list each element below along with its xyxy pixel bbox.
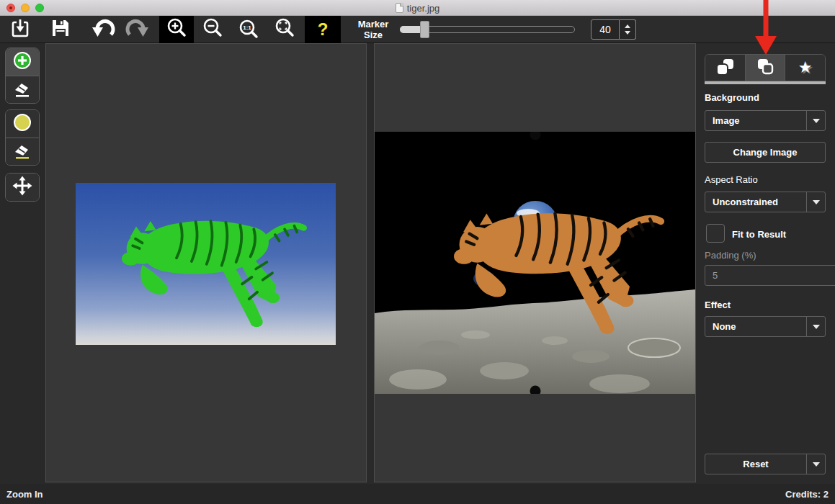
chevron-down-icon xyxy=(813,200,820,204)
stepper-up-icon[interactable] xyxy=(625,24,630,28)
undo-icon xyxy=(91,17,117,42)
zoom-actual-icon: 1:1 xyxy=(238,19,259,40)
stepper-down-icon[interactable] xyxy=(625,31,630,35)
save-button[interactable] xyxy=(44,16,77,43)
layers-outline-icon xyxy=(755,57,775,79)
zoom-fit-icon xyxy=(274,17,295,42)
save-icon xyxy=(50,17,71,42)
app-window: tiger.jpg xyxy=(0,0,835,504)
layers-filled-icon xyxy=(715,57,735,79)
green-marker-icon xyxy=(12,50,32,73)
document-icon xyxy=(396,3,403,13)
tab-foreground[interactable] xyxy=(705,55,745,81)
green-eraser-icon xyxy=(12,78,32,102)
fit-to-result-checkbox[interactable] xyxy=(706,224,725,243)
tab-background[interactable] xyxy=(745,55,785,81)
help-icon: ? xyxy=(318,21,329,38)
original-image[interactable] xyxy=(76,183,336,345)
tab-underline xyxy=(705,81,826,84)
open-image-icon xyxy=(9,17,32,42)
effect-dropdown[interactable]: None xyxy=(705,316,826,337)
tool-marker-yellow[interactable] xyxy=(6,110,39,138)
yellow-marker-icon xyxy=(12,112,32,135)
minimize-button[interactable] xyxy=(21,4,30,12)
background-dropdown[interactable]: Image xyxy=(705,110,826,131)
marker-size-stepper[interactable] xyxy=(620,19,636,40)
reset-dropdown-arrow[interactable] xyxy=(806,454,825,474)
background-label: Background xyxy=(705,92,759,103)
zoom-out-icon xyxy=(202,17,223,42)
settings-panel: ★ Background Image Change Image Aspect R… xyxy=(697,43,835,484)
zoom-actual-button[interactable]: 1:1 xyxy=(231,16,266,43)
redo-button[interactable] xyxy=(120,16,153,43)
move-tool-icon xyxy=(12,176,32,199)
tool-eraser-yellow[interactable] xyxy=(6,138,39,165)
zoom-out-button[interactable] xyxy=(195,16,230,43)
zoom-window-button[interactable] xyxy=(35,4,44,12)
effect-dropdown-value: None xyxy=(705,321,806,332)
zoom-in-icon xyxy=(166,17,187,42)
zoom-actual-glyph: 1:1 xyxy=(241,24,253,31)
toolbar: 1:1 ? Marker Size xyxy=(0,16,835,43)
aspect-ratio-dropdown-arrow[interactable] xyxy=(806,192,825,212)
undo-button[interactable] xyxy=(87,16,120,43)
help-button[interactable]: ? xyxy=(305,16,341,43)
tool-marker-foreground[interactable] xyxy=(6,48,39,76)
tool-sidebar xyxy=(0,43,45,484)
title-bar: tiger.jpg xyxy=(0,0,835,16)
tool-move[interactable] xyxy=(6,174,39,201)
padding-input[interactable] xyxy=(705,265,835,286)
chevron-down-icon xyxy=(813,119,820,123)
star-icon: ★ xyxy=(798,60,813,76)
marker-size-slider[interactable] xyxy=(400,20,575,39)
result-canvas-panel[interactable] xyxy=(374,43,696,482)
original-canvas-panel[interactable] xyxy=(45,43,367,482)
background-dropdown-arrow[interactable] xyxy=(806,111,825,130)
panel-tabs: ★ xyxy=(705,54,826,81)
result-image[interactable] xyxy=(375,132,695,394)
redo-icon xyxy=(124,17,150,42)
status-right: Credits: 2 xyxy=(785,489,829,500)
marker-size-input[interactable] xyxy=(591,19,620,40)
reset-label: Reset xyxy=(705,454,806,474)
marker-size-label: Marker Size xyxy=(351,19,396,40)
change-image-label: Change Image xyxy=(733,147,798,158)
aspect-ratio-dropdown-value: Unconstrained xyxy=(705,197,806,207)
tool-eraser-foreground[interactable] xyxy=(6,76,39,103)
background-dropdown-value: Image xyxy=(705,115,806,126)
status-bar: Zoom In Credits: 2 xyxy=(0,484,835,504)
close-button[interactable] xyxy=(6,4,15,12)
padding-label: Padding (%) xyxy=(705,250,756,261)
chevron-down-icon xyxy=(813,325,820,329)
aspect-ratio-dropdown[interactable]: Unconstrained xyxy=(705,192,826,212)
padding-spinbox xyxy=(705,265,826,286)
chevron-down-icon xyxy=(813,462,820,467)
slider-handle[interactable] xyxy=(420,21,429,38)
aspect-ratio-label: Aspect Ratio xyxy=(705,174,758,185)
window-title: tiger.jpg xyxy=(407,3,440,14)
yellow-eraser-icon xyxy=(12,140,32,163)
traffic-lights xyxy=(6,4,44,12)
effect-label: Effect xyxy=(705,300,731,310)
change-image-button[interactable]: Change Image xyxy=(705,142,826,163)
effect-dropdown-arrow[interactable] xyxy=(806,317,825,336)
reset-button[interactable]: Reset xyxy=(705,454,826,474)
status-left: Zoom In xyxy=(6,489,43,500)
tab-effects[interactable]: ★ xyxy=(785,55,825,81)
zoom-in-button[interactable] xyxy=(159,16,194,43)
open-image-button[interactable] xyxy=(4,16,37,43)
fit-to-result-label: Fit to Result xyxy=(732,229,786,240)
marker-size-spinbox xyxy=(591,19,636,40)
zoom-fit-button[interactable] xyxy=(267,16,302,43)
